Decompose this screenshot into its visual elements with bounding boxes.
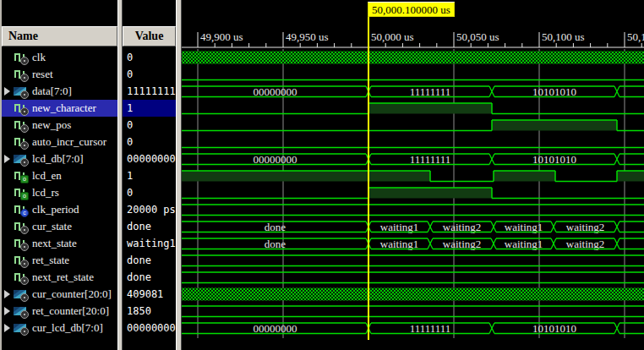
- wave-clk-period: [182, 205, 644, 216]
- signal-name-label: clk: [30, 51, 46, 64]
- expand-arrow-icon[interactable]: [2, 305, 13, 317]
- signal-name-label: reset: [30, 68, 53, 81]
- dot-badge-icon: [20, 243, 29, 251]
- dot-badge-icon: [20, 57, 29, 65]
- dot-badge-icon: [20, 74, 29, 82]
- bus-signal-icon: [13, 287, 30, 301]
- svg-text:10101010: 10101010: [532, 153, 576, 166]
- signal-row-cur-lcd-db-7-0[interactable]: cur_lcd_db[7:0]: [2, 320, 117, 336]
- svg-text:10101010: 10101010: [532, 322, 576, 335]
- signal-value-cur-counter-20-0: 409081: [123, 286, 176, 303]
- signal-row-clk[interactable]: clk: [2, 49, 117, 66]
- svg-text:50,150 us: 50,150 us: [627, 30, 644, 43]
- waveform-viewer-window: Name Value clkresetdata[7:0]new_characte…: [0, 0, 644, 350]
- svg-text:10101010: 10101010: [532, 85, 576, 98]
- wave-lcd-en: [182, 171, 644, 182]
- svg-text:waiting2: waiting2: [566, 238, 605, 250]
- signal-row-new-pos[interactable]: new_pos: [2, 117, 117, 134]
- expander-spacer: [2, 187, 13, 199]
- bit-signal-icon: [13, 68, 30, 81]
- wave-cur-lcd-db-7-0: 000000001111111110101010: [182, 322, 644, 335]
- signal-row-next-ret-state[interactable]: next_ret_state: [2, 269, 117, 286]
- signal-name-label: data[7:0]: [30, 85, 72, 98]
- waveform-canvas[interactable]: 49,900 us49,950 us50,000 us50,050 us50,1…: [182, 0, 644, 350]
- bus-signal-icon: [13, 152, 30, 166]
- signal-row-next-state[interactable]: next_state: [2, 235, 117, 252]
- signal-name-label: next_ret_state: [30, 271, 94, 284]
- svg-text:49,900 us: 49,900 us: [200, 30, 243, 43]
- signal-row-data-7-0[interactable]: data[7:0]: [2, 83, 117, 100]
- expander-spacer: [2, 221, 13, 232]
- signal-value-auto-incr-cursor: 0: [123, 134, 176, 150]
- value-header-label: Value: [135, 30, 164, 43]
- bit-signal-icon: [13, 135, 30, 149]
- expander-spacer: [2, 254, 13, 266]
- name-column-header[interactable]: Name: [2, 26, 117, 46]
- signal-row-new-character[interactable]: new_character: [2, 100, 117, 117]
- dot-badge-icon: [20, 141, 29, 150]
- signal-row-lcd-db-7-0[interactable]: lcd_db[7:0]: [2, 150, 117, 167]
- name-value-splitter[interactable]: [117, 0, 123, 350]
- bus-signal-icon: [13, 321, 30, 335]
- signal-row-lcd-en[interactable]: olcd_en: [2, 167, 117, 184]
- expand-arrow-icon[interactable]: [2, 85, 13, 97]
- svg-text:done: done: [265, 238, 287, 250]
- signal-row-reset[interactable]: reset: [2, 66, 117, 83]
- time-ruler: 49,900 us49,950 us50,000 us50,050 us50,1…: [182, 30, 644, 47]
- wave-next-state: donewaiting1waiting2waiting1waiting2: [182, 238, 644, 250]
- signal-value-new-character: 1: [123, 100, 176, 117]
- c-badge-icon: c: [20, 209, 29, 217]
- signal-row-auto-incr-cursor[interactable]: auto_incr_cursor: [2, 134, 117, 150]
- signal-row-clk-period[interactable]: cclk_period: [2, 201, 117, 218]
- svg-text:waiting2: waiting2: [566, 221, 605, 233]
- dot-badge-icon: [20, 158, 29, 167]
- dot-badge-icon: [20, 107, 29, 116]
- svg-text:50,000 us: 50,000 us: [371, 30, 414, 43]
- svg-text:waiting1: waiting1: [380, 221, 419, 233]
- svg-text:done: done: [265, 221, 287, 233]
- wave-cur-state: donewaiting1waiting2waiting1waiting2: [182, 221, 644, 233]
- svg-text:waiting2: waiting2: [443, 238, 482, 250]
- svg-text:11111111: 11111111: [410, 85, 451, 98]
- dot-badge-icon: [20, 327, 29, 336]
- signal-row-cur-counter-20-0[interactable]: cur_counter[20:0]: [2, 286, 117, 303]
- expander-spacer: [2, 68, 13, 80]
- expand-arrow-icon[interactable]: [2, 288, 13, 300]
- cursor-time-label[interactable]: 50,000.100000 us: [368, 2, 455, 17]
- expand-arrow-icon[interactable]: [2, 322, 13, 334]
- dot-badge-icon: [20, 276, 29, 285]
- signal-value-cur-lcd-db-7-0: 00000000: [123, 320, 176, 336]
- svg-text:waiting1: waiting1: [380, 238, 419, 250]
- bit-signal-icon: [13, 118, 30, 132]
- expand-arrow-icon[interactable]: [2, 153, 13, 165]
- signal-name-label: cur_lcd_db[7:0]: [30, 321, 103, 335]
- svg-text:11111111: 11111111: [410, 153, 451, 166]
- signal-value-list: 0011111111100000000001020000 psdonewaiti…: [123, 49, 176, 336]
- signal-value-new-pos: 0: [123, 117, 176, 134]
- signal-row-ret-state[interactable]: ret_state: [2, 252, 117, 269]
- bit-signal-icon: [13, 220, 30, 233]
- dot-badge-icon: [20, 90, 29, 99]
- signal-name-list: clkresetdata[7:0]new_characternew_posaut…: [2, 49, 117, 336]
- signal-name-label: new_character: [30, 101, 96, 115]
- signal-value-cur-state: done: [123, 218, 176, 235]
- svg-text:00000000: 00000000: [254, 322, 297, 335]
- svg-text:waiting1: waiting1: [505, 238, 543, 250]
- value-wave-splitter[interactable]: [176, 0, 182, 350]
- expander-spacer: [2, 271, 13, 283]
- signal-row-cur-state[interactable]: cur_state: [2, 218, 117, 235]
- signal-value-data-7-0: 11111111: [123, 83, 176, 100]
- wave-lcd-db-7-0: 000000001111111110101010: [182, 153, 644, 166]
- signal-value-clk: 0: [123, 49, 176, 66]
- signal-row-lcd-rs[interactable]: olcd_rs: [2, 184, 117, 201]
- signal-name-label: lcd_rs: [30, 186, 59, 200]
- wave-data-7-0: 000000001111111110101010: [182, 85, 644, 98]
- expander-spacer: [2, 102, 13, 114]
- dot-badge-icon: [20, 293, 29, 302]
- wave-cur-counter-20-0: [182, 288, 644, 301]
- value-column-header[interactable]: Value: [123, 26, 176, 46]
- dot-badge-icon: [20, 310, 29, 319]
- signal-value-ret-state: done: [123, 252, 176, 269]
- signal-value-ret-counter-20-0: 1850: [123, 303, 176, 320]
- signal-row-ret-counter-20-0[interactable]: ret_counter[20:0]: [2, 303, 117, 320]
